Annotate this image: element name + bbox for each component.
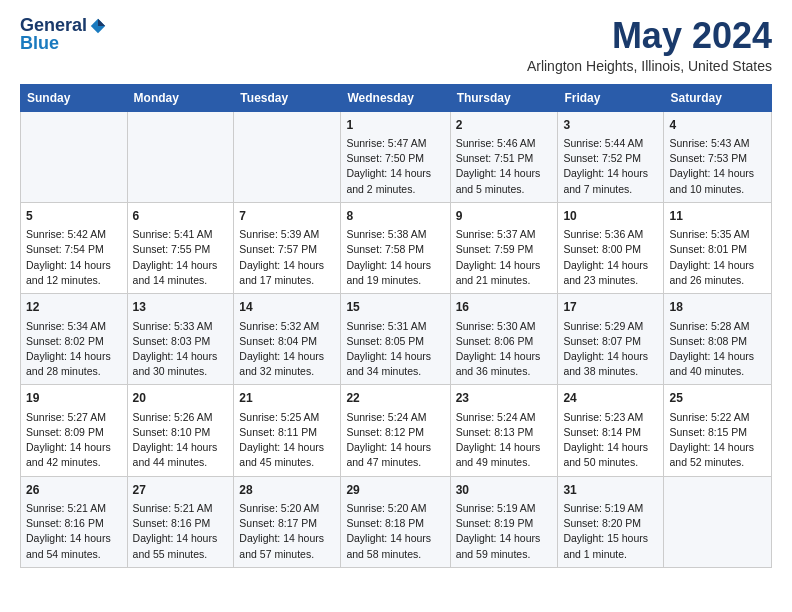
calendar-week-row: 19Sunrise: 5:27 AMSunset: 8:09 PMDayligh… xyxy=(21,385,772,476)
day-number: 19 xyxy=(26,390,122,407)
calendar-cell: 19Sunrise: 5:27 AMSunset: 8:09 PMDayligh… xyxy=(21,385,128,476)
sunrise-text: Sunrise: 5:30 AM xyxy=(456,319,553,334)
sunrise-text: Sunrise: 5:42 AM xyxy=(26,227,122,242)
calendar-cell: 4Sunrise: 5:43 AMSunset: 7:53 PMDaylight… xyxy=(664,111,772,202)
day-number: 10 xyxy=(563,208,658,225)
sunset-text: Sunset: 8:16 PM xyxy=(133,516,229,531)
day-number: 25 xyxy=(669,390,766,407)
calendar-cell: 12Sunrise: 5:34 AMSunset: 8:02 PMDayligh… xyxy=(21,294,128,385)
sunset-text: Sunset: 7:57 PM xyxy=(239,242,335,257)
calendar-cell: 26Sunrise: 5:21 AMSunset: 8:16 PMDayligh… xyxy=(21,476,128,567)
title-block: May 2024 Arlington Heights, Illinois, Un… xyxy=(527,16,772,74)
sunset-text: Sunset: 8:19 PM xyxy=(456,516,553,531)
calendar-table: SundayMondayTuesdayWednesdayThursdayFrid… xyxy=(20,84,772,568)
calendar-cell: 24Sunrise: 5:23 AMSunset: 8:14 PMDayligh… xyxy=(558,385,664,476)
sunrise-text: Sunrise: 5:29 AM xyxy=(563,319,658,334)
sunset-text: Sunset: 8:13 PM xyxy=(456,425,553,440)
calendar-cell: 5Sunrise: 5:42 AMSunset: 7:54 PMDaylight… xyxy=(21,202,128,293)
calendar-cell: 11Sunrise: 5:35 AMSunset: 8:01 PMDayligh… xyxy=(664,202,772,293)
sunset-text: Sunset: 8:18 PM xyxy=(346,516,444,531)
day-number: 27 xyxy=(133,482,229,499)
sunrise-text: Sunrise: 5:43 AM xyxy=(669,136,766,151)
calendar-cell: 16Sunrise: 5:30 AMSunset: 8:06 PMDayligh… xyxy=(450,294,558,385)
day-number: 30 xyxy=(456,482,553,499)
weekday-header-row: SundayMondayTuesdayWednesdayThursdayFrid… xyxy=(21,84,772,111)
day-number: 2 xyxy=(456,117,553,134)
sunset-text: Sunset: 8:08 PM xyxy=(669,334,766,349)
calendar-week-row: 5Sunrise: 5:42 AMSunset: 7:54 PMDaylight… xyxy=(21,202,772,293)
logo: General Blue xyxy=(20,16,107,54)
calendar-cell: 9Sunrise: 5:37 AMSunset: 7:59 PMDaylight… xyxy=(450,202,558,293)
daylight-hours: Daylight: 14 hours and 58 minutes. xyxy=(346,531,444,561)
daylight-hours: Daylight: 14 hours and 45 minutes. xyxy=(239,440,335,470)
sunrise-text: Sunrise: 5:32 AM xyxy=(239,319,335,334)
calendar-cell: 14Sunrise: 5:32 AMSunset: 8:04 PMDayligh… xyxy=(234,294,341,385)
weekday-header-saturday: Saturday xyxy=(664,84,772,111)
calendar-cell: 27Sunrise: 5:21 AMSunset: 8:16 PMDayligh… xyxy=(127,476,234,567)
sunrise-text: Sunrise: 5:20 AM xyxy=(239,501,335,516)
logo-icon xyxy=(89,17,107,35)
sunrise-text: Sunrise: 5:19 AM xyxy=(563,501,658,516)
sunrise-text: Sunrise: 5:38 AM xyxy=(346,227,444,242)
daylight-hours: Daylight: 14 hours and 12 minutes. xyxy=(26,258,122,288)
day-number: 24 xyxy=(563,390,658,407)
sunrise-text: Sunrise: 5:33 AM xyxy=(133,319,229,334)
sunrise-text: Sunrise: 5:19 AM xyxy=(456,501,553,516)
daylight-hours: Daylight: 14 hours and 28 minutes. xyxy=(26,349,122,379)
calendar-cell xyxy=(234,111,341,202)
calendar-cell: 18Sunrise: 5:28 AMSunset: 8:08 PMDayligh… xyxy=(664,294,772,385)
day-number: 29 xyxy=(346,482,444,499)
calendar-cell: 25Sunrise: 5:22 AMSunset: 8:15 PMDayligh… xyxy=(664,385,772,476)
day-number: 20 xyxy=(133,390,229,407)
sunset-text: Sunset: 8:14 PM xyxy=(563,425,658,440)
sunrise-text: Sunrise: 5:23 AM xyxy=(563,410,658,425)
sunrise-text: Sunrise: 5:24 AM xyxy=(346,410,444,425)
sunset-text: Sunset: 7:51 PM xyxy=(456,151,553,166)
sunset-text: Sunset: 8:15 PM xyxy=(669,425,766,440)
daylight-hours: Daylight: 14 hours and 55 minutes. xyxy=(133,531,229,561)
day-number: 17 xyxy=(563,299,658,316)
calendar-cell: 10Sunrise: 5:36 AMSunset: 8:00 PMDayligh… xyxy=(558,202,664,293)
sunset-text: Sunset: 7:58 PM xyxy=(346,242,444,257)
sunrise-text: Sunrise: 5:36 AM xyxy=(563,227,658,242)
day-number: 15 xyxy=(346,299,444,316)
day-number: 5 xyxy=(26,208,122,225)
day-number: 22 xyxy=(346,390,444,407)
daylight-hours: Daylight: 14 hours and 7 minutes. xyxy=(563,166,658,196)
day-number: 8 xyxy=(346,208,444,225)
daylight-hours: Daylight: 14 hours and 32 minutes. xyxy=(239,349,335,379)
day-number: 21 xyxy=(239,390,335,407)
calendar-cell: 15Sunrise: 5:31 AMSunset: 8:05 PMDayligh… xyxy=(341,294,450,385)
day-number: 14 xyxy=(239,299,335,316)
daylight-hours: Daylight: 14 hours and 23 minutes. xyxy=(563,258,658,288)
sunrise-text: Sunrise: 5:25 AM xyxy=(239,410,335,425)
daylight-hours: Daylight: 14 hours and 57 minutes. xyxy=(239,531,335,561)
daylight-hours: Daylight: 14 hours and 49 minutes. xyxy=(456,440,553,470)
sunrise-text: Sunrise: 5:39 AM xyxy=(239,227,335,242)
daylight-hours: Daylight: 14 hours and 54 minutes. xyxy=(26,531,122,561)
sunset-text: Sunset: 8:09 PM xyxy=(26,425,122,440)
daylight-hours: Daylight: 14 hours and 42 minutes. xyxy=(26,440,122,470)
sunset-text: Sunset: 8:03 PM xyxy=(133,334,229,349)
sunset-text: Sunset: 7:55 PM xyxy=(133,242,229,257)
calendar-cell: 29Sunrise: 5:20 AMSunset: 8:18 PMDayligh… xyxy=(341,476,450,567)
day-number: 31 xyxy=(563,482,658,499)
calendar-cell: 13Sunrise: 5:33 AMSunset: 8:03 PMDayligh… xyxy=(127,294,234,385)
daylight-hours: Daylight: 14 hours and 2 minutes. xyxy=(346,166,444,196)
svg-marker-1 xyxy=(98,19,105,26)
daylight-hours: Daylight: 14 hours and 52 minutes. xyxy=(669,440,766,470)
sunrise-text: Sunrise: 5:24 AM xyxy=(456,410,553,425)
sunset-text: Sunset: 8:01 PM xyxy=(669,242,766,257)
sunrise-text: Sunrise: 5:41 AM xyxy=(133,227,229,242)
day-number: 6 xyxy=(133,208,229,225)
day-number: 11 xyxy=(669,208,766,225)
page-header: General Blue May 2024 Arlington Heights,… xyxy=(20,16,772,74)
day-number: 3 xyxy=(563,117,658,134)
day-number: 23 xyxy=(456,390,553,407)
calendar-cell: 31Sunrise: 5:19 AMSunset: 8:20 PMDayligh… xyxy=(558,476,664,567)
sunset-text: Sunset: 7:54 PM xyxy=(26,242,122,257)
daylight-hours: Daylight: 14 hours and 47 minutes. xyxy=(346,440,444,470)
sunrise-text: Sunrise: 5:21 AM xyxy=(26,501,122,516)
sunrise-text: Sunrise: 5:31 AM xyxy=(346,319,444,334)
daylight-hours: Daylight: 14 hours and 21 minutes. xyxy=(456,258,553,288)
